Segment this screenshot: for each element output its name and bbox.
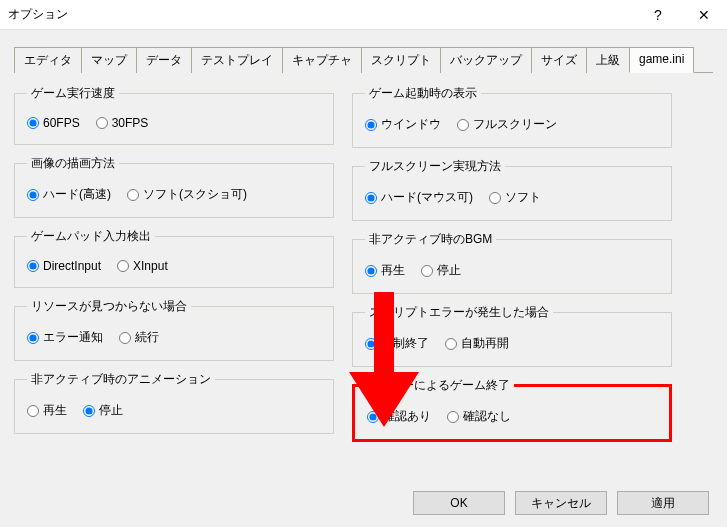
group-fullscreen-method: フルスクリーン実現方法 ハード(マウス可) ソフト — [352, 158, 672, 221]
group-game-speed: ゲーム実行速度 60FPS 30FPS — [14, 85, 334, 145]
tab-editor[interactable]: エディタ — [14, 47, 82, 73]
radio-bgm-play[interactable]: 再生 — [365, 262, 405, 279]
radio-fs-soft[interactable]: ソフト — [489, 189, 541, 206]
radio-60fps[interactable]: 60FPS — [27, 116, 80, 130]
tab-map[interactable]: マップ — [81, 47, 137, 73]
legend-script-error: スクリプトエラーが発生した場合 — [365, 304, 553, 321]
radio-xinput[interactable]: XInput — [117, 259, 168, 273]
titlebar: オプション ? ✕ — [0, 0, 727, 30]
radio-auto-resume[interactable]: 自動再開 — [445, 335, 509, 352]
legend-startup-display: ゲーム起動時の表示 — [365, 85, 481, 102]
tab-backup[interactable]: バックアップ — [440, 47, 532, 73]
radio-window[interactable]: ウインドウ — [365, 116, 441, 133]
legend-resource-missing: リソースが見つからない場合 — [27, 298, 191, 315]
close-button[interactable]: ✕ — [681, 0, 727, 30]
radio-bgm-stop[interactable]: 停止 — [421, 262, 461, 279]
group-draw-method: 画像の描画方法 ハード(高速) ソフト(スクショ可) — [14, 155, 334, 218]
group-gamepad: ゲームパッド入力検出 DirectInput XInput — [14, 228, 334, 288]
radio-error-notify[interactable]: エラー通知 — [27, 329, 103, 346]
radio-draw-soft[interactable]: ソフト(スクショ可) — [127, 186, 247, 203]
radio-fs-hard[interactable]: ハード(マウス可) — [365, 189, 473, 206]
tab-size[interactable]: サイズ — [531, 47, 587, 73]
window-title: オプション — [8, 6, 635, 23]
tab-bar: エディタ マップ データ テストプレイ キャプチャ スクリプト バックアップ サ… — [14, 46, 713, 73]
legend-inactive-anim: 非アクティブ時のアニメーション — [27, 371, 215, 388]
tab-advanced[interactable]: 上級 — [586, 47, 630, 73]
legend-draw-method: 画像の描画方法 — [27, 155, 119, 172]
tab-testplay[interactable]: テストプレイ — [191, 47, 283, 73]
tab-capture[interactable]: キャプチャ — [282, 47, 362, 73]
group-inactive-anim: 非アクティブ時のアニメーション 再生 停止 — [14, 371, 334, 434]
legend-inactive-bgm: 非アクティブ時のBGM — [365, 231, 496, 248]
group-inactive-bgm: 非アクティブ時のBGM 再生 停止 — [352, 231, 672, 294]
help-button[interactable]: ? — [635, 0, 681, 30]
radio-draw-hard[interactable]: ハード(高速) — [27, 186, 111, 203]
radio-continue[interactable]: 続行 — [119, 329, 159, 346]
group-startup-display: ゲーム起動時の表示 ウインドウ フルスクリーン — [352, 85, 672, 148]
cancel-button[interactable]: キャンセル — [515, 491, 607, 515]
legend-gamepad: ゲームパッド入力検出 — [27, 228, 155, 245]
legend-esc-quit: escキーによるゲーム終了 — [367, 377, 514, 394]
legend-game-speed: ゲーム実行速度 — [27, 85, 119, 102]
tab-script[interactable]: スクリプト — [361, 47, 441, 73]
legend-fullscreen-method: フルスクリーン実現方法 — [365, 158, 505, 175]
radio-confirm-yes[interactable]: 確認あり — [367, 408, 431, 425]
apply-button[interactable]: 適用 — [617, 491, 709, 515]
group-resource-missing: リソースが見つからない場合 エラー通知 続行 — [14, 298, 334, 361]
radio-anim-stop[interactable]: 停止 — [83, 402, 123, 419]
radio-force-quit[interactable]: 強制終了 — [365, 335, 429, 352]
ok-button[interactable]: OK — [413, 491, 505, 515]
radio-anim-play[interactable]: 再生 — [27, 402, 67, 419]
group-script-error: スクリプトエラーが発生した場合 強制終了 自動再開 — [352, 304, 672, 367]
radio-fullscreen[interactable]: フルスクリーン — [457, 116, 557, 133]
tab-game-ini[interactable]: game.ini — [629, 47, 694, 73]
radio-confirm-no[interactable]: 確認なし — [447, 408, 511, 425]
tab-data[interactable]: データ — [136, 47, 192, 73]
group-esc-quit: escキーによるゲーム終了 確認あり 確認なし — [352, 377, 672, 442]
radio-directinput[interactable]: DirectInput — [27, 259, 101, 273]
radio-30fps[interactable]: 30FPS — [96, 116, 149, 130]
